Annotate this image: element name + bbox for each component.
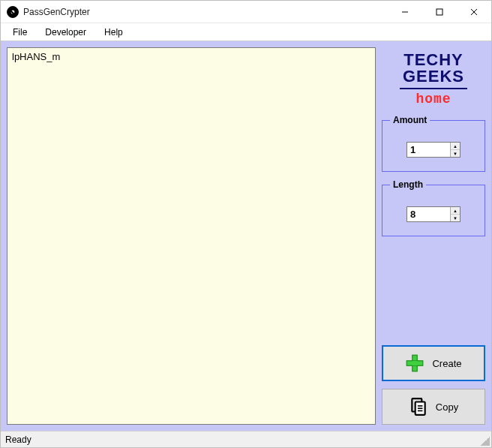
- length-input[interactable]: [407, 207, 450, 221]
- amount-spinner: ▲ ▼: [406, 142, 460, 158]
- amount-input[interactable]: [407, 143, 450, 157]
- output-panel: [7, 47, 376, 425]
- minimize-button[interactable]: [388, 1, 422, 23]
- menubar: File Developer Help: [1, 23, 491, 41]
- resize-grip[interactable]: [481, 437, 490, 446]
- maximize-button[interactable]: [422, 1, 457, 23]
- logo-divider: [400, 88, 467, 89]
- status-text: Ready: [5, 434, 32, 445]
- amount-group: Amount ▲ ▼: [382, 115, 485, 172]
- amount-down-button[interactable]: ▼: [451, 150, 460, 157]
- menu-developer[interactable]: Developer: [36, 23, 95, 41]
- sidebar: TECHY GEEKS home Amount ▲ ▼ Length ▲ ▼: [382, 47, 485, 425]
- output-textbox[interactable]: [7, 47, 376, 425]
- titlebar: PassGenCrypter: [1, 1, 491, 23]
- length-down-button[interactable]: ▼: [451, 215, 460, 221]
- create-button-label: Create: [432, 358, 461, 369]
- svg-rect-6: [412, 361, 418, 366]
- amount-label: Amount: [390, 115, 430, 125]
- copy-button[interactable]: Copy: [382, 389, 485, 425]
- length-spinner: ▲ ▼: [406, 206, 460, 222]
- app-icon: [7, 6, 19, 18]
- brand-logo: TECHY GEEKS home: [382, 47, 485, 107]
- length-group: Length ▲ ▼: [382, 179, 485, 236]
- copy-button-label: Copy: [436, 401, 458, 413]
- copy-icon: [409, 397, 428, 416]
- logo-line3: home: [382, 92, 485, 106]
- create-button[interactable]: Create: [382, 345, 485, 381]
- length-up-button[interactable]: ▲: [451, 207, 460, 215]
- window-title: PassGenCrypter: [23, 7, 388, 17]
- close-button[interactable]: [457, 1, 491, 23]
- menu-file[interactable]: File: [4, 23, 36, 41]
- length-label: Length: [390, 179, 426, 190]
- menu-help[interactable]: Help: [95, 23, 132, 41]
- amount-up-button[interactable]: ▲: [451, 143, 460, 150]
- logo-line2: GEEKS: [382, 68, 485, 85]
- client-area: TECHY GEEKS home Amount ▲ ▼ Length ▲ ▼: [1, 41, 491, 431]
- logo-line1: TECHY: [382, 52, 485, 68]
- statusbar: Ready: [1, 431, 491, 447]
- svg-rect-1: [436, 9, 442, 15]
- plus-icon: [405, 353, 424, 373]
- window-controls: [388, 1, 491, 23]
